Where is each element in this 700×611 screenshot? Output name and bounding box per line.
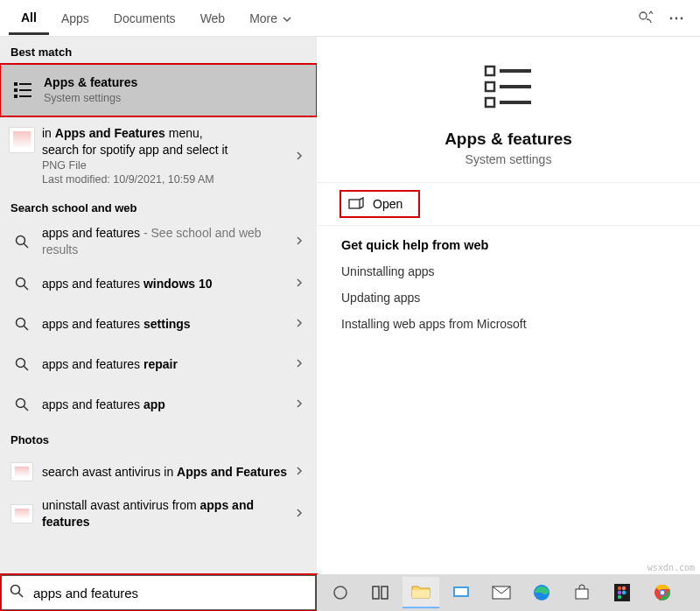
svg-point-1 <box>670 17 673 19</box>
svg-point-16 <box>17 359 25 368</box>
result-title: in Apps and Features menu, search for sp… <box>42 125 290 158</box>
chevron-right-icon[interactable] <box>290 316 308 332</box>
settings-list-large-icon <box>480 61 536 117</box>
open-button[interactable]: Open <box>341 192 418 216</box>
svg-rect-5 <box>19 83 32 85</box>
svg-rect-23 <box>500 85 531 88</box>
svg-rect-9 <box>19 95 32 97</box>
svg-point-18 <box>17 399 25 408</box>
taskbar-edge-icon[interactable] <box>523 577 560 608</box>
svg-rect-22 <box>486 82 494 91</box>
open-label: Open <box>373 197 402 211</box>
taskbar-chrome-icon[interactable] <box>644 577 681 608</box>
taskbar-store-icon[interactable] <box>564 577 600 608</box>
result-web-settings[interactable]: apps and features settings <box>0 304 317 344</box>
result-web-repair[interactable]: apps and features repair <box>0 344 317 384</box>
result-modified: Last modified: 10/9/2021, 10:59 AM <box>42 172 290 187</box>
result-web-app[interactable]: apps and features app <box>0 384 317 425</box>
svg-point-2 <box>676 17 678 19</box>
chevron-right-icon[interactable] <box>290 356 308 372</box>
results-panel: Best match Apps & features System settin… <box>0 37 317 574</box>
chevron-right-icon[interactable] <box>290 234 308 249</box>
svg-line-28 <box>18 593 23 597</box>
quick-help-item[interactable]: Updating apps <box>341 291 676 305</box>
result-web-base[interactable]: apps and features - See school and web r… <box>0 220 317 263</box>
hero-subtitle: System settings <box>326 152 691 166</box>
taskbar-file-explorer-icon[interactable] <box>402 577 439 608</box>
details-panel: Apps & features System settings Open Get… <box>317 37 700 574</box>
svg-rect-4 <box>14 82 18 86</box>
svg-point-46 <box>661 591 664 594</box>
svg-rect-34 <box>455 588 467 595</box>
open-icon <box>348 197 364 211</box>
watermark: wsxdn.com <box>648 563 695 572</box>
search-scope-tabs: All Apps Documents Web More <box>0 0 700 37</box>
result-title: Apps & features <box>44 74 308 91</box>
svg-rect-7 <box>19 89 32 91</box>
taskbar-app-icon[interactable] <box>443 577 480 608</box>
quick-help-title: Get quick help from web <box>341 238 676 252</box>
result-png-file[interactable]: in Apps and Features menu, search for sp… <box>0 116 317 193</box>
search-icon <box>7 269 37 298</box>
taskbar-mail-icon[interactable] <box>483 577 520 608</box>
svg-point-0 <box>640 12 647 19</box>
image-thumbnail-icon <box>7 499 37 529</box>
result-web-windows10[interactable]: apps and features windows 10 <box>0 263 317 304</box>
svg-point-12 <box>17 278 25 287</box>
svg-rect-8 <box>14 95 18 98</box>
svg-rect-30 <box>373 586 379 599</box>
chevron-right-icon[interactable] <box>290 506 308 522</box>
svg-point-43 <box>618 595 621 599</box>
search-icon <box>7 349 37 379</box>
svg-line-11 <box>24 243 28 248</box>
result-photo-1[interactable]: search avast antivirus in Apps and Featu… <box>0 452 317 492</box>
image-thumbnail-icon <box>7 457 37 487</box>
svg-point-39 <box>618 586 621 590</box>
quick-help-item[interactable]: Installing web apps from Microsoft <box>341 317 676 331</box>
search-icon <box>7 227 37 256</box>
result-photo-2[interactable]: uninstall avast antivirus from apps and … <box>0 492 317 536</box>
tab-more[interactable]: More <box>237 3 304 33</box>
svg-line-13 <box>24 285 28 290</box>
search-input[interactable] <box>32 576 315 609</box>
image-thumbnail-icon <box>7 125 37 155</box>
taskbar <box>317 574 700 611</box>
svg-line-19 <box>24 406 28 411</box>
search-icon <box>2 583 32 602</box>
svg-rect-32 <box>412 590 430 598</box>
search-icon <box>7 390 37 419</box>
chevron-right-icon[interactable] <box>290 276 308 291</box>
svg-point-42 <box>622 591 626 594</box>
result-filetype: PNG File <box>42 158 290 173</box>
quick-help-item[interactable]: Uninstalling apps <box>341 264 676 278</box>
tab-web[interactable]: Web <box>188 3 238 33</box>
tab-all[interactable]: All <box>9 2 49 35</box>
tab-documents[interactable]: Documents <box>102 3 188 33</box>
svg-rect-25 <box>500 101 531 104</box>
taskbar-figma-icon[interactable] <box>604 577 640 608</box>
settings-list-icon <box>9 75 38 105</box>
svg-point-27 <box>11 586 20 594</box>
search-icon <box>7 309 37 339</box>
chevron-right-icon[interactable] <box>290 464 308 480</box>
taskbar-taskview-icon[interactable] <box>362 577 399 608</box>
chevron-right-icon[interactable] <box>290 149 308 165</box>
svg-point-40 <box>622 586 626 590</box>
svg-rect-24 <box>486 98 494 107</box>
chevron-down-icon <box>283 15 291 24</box>
taskbar-cortana-icon[interactable] <box>322 577 359 608</box>
chevron-right-icon[interactable] <box>290 397 308 412</box>
result-apps-and-features[interactable]: Apps & features System settings <box>0 64 317 116</box>
svg-rect-26 <box>349 200 360 208</box>
svg-line-17 <box>24 366 28 370</box>
svg-point-3 <box>681 17 683 19</box>
svg-line-15 <box>24 326 28 330</box>
section-photos: Photos <box>0 425 317 452</box>
svg-rect-6 <box>14 88 18 92</box>
more-options-icon[interactable] <box>662 4 691 33</box>
feedback-icon[interactable] <box>630 3 662 34</box>
hero-title: Apps & features <box>326 130 691 149</box>
search-box[interactable] <box>0 574 317 611</box>
tab-apps[interactable]: Apps <box>49 3 102 33</box>
section-school-web: Search school and web <box>0 193 317 220</box>
